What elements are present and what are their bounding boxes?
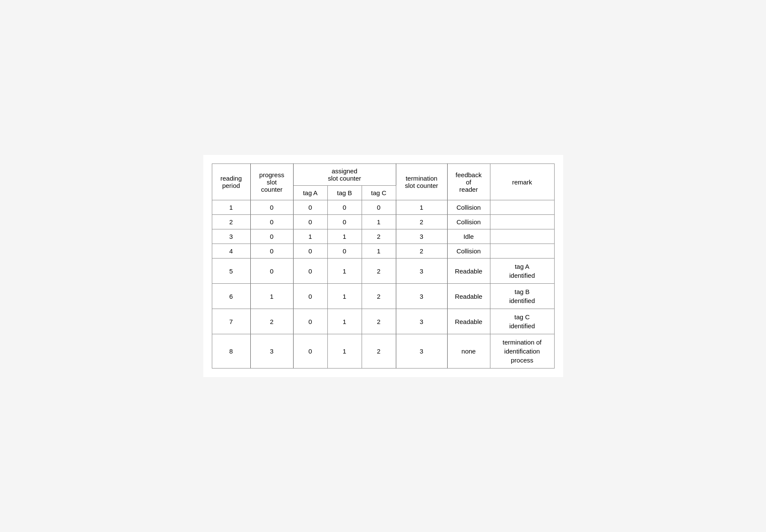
- remark-label: remark: [512, 178, 532, 186]
- cell-row4-col7: Collision: [447, 244, 490, 259]
- cell-row1-col6: 1: [396, 200, 447, 215]
- cell-row8-col8: termination of identification process: [490, 334, 554, 369]
- cell-row7-col2: 2: [250, 309, 293, 334]
- cell-row2-col3: 0: [293, 215, 327, 229]
- cell-row6-col7: Readable: [447, 284, 490, 309]
- cell-row4-col5: 1: [362, 244, 396, 259]
- col-header-tag-b: tag B: [327, 186, 362, 200]
- cell-row5-col6: 3: [396, 259, 447, 284]
- cell-row7-col6: 3: [396, 309, 447, 334]
- cell-row1-col5: 0: [362, 200, 396, 215]
- col-header-reading: reading period: [212, 164, 250, 200]
- tag-b-label: tag B: [337, 189, 352, 196]
- cell-row5-col3: 0: [293, 259, 327, 284]
- progress-label: progress slot counter: [259, 171, 284, 193]
- table-row: 200012Collision: [212, 215, 554, 229]
- tag-c-label: tag C: [371, 189, 386, 196]
- cell-row5-col8: tag A identified: [490, 259, 554, 284]
- cell-row5-col4: 1: [327, 259, 362, 284]
- col-header-tag-a: tag A: [293, 186, 327, 200]
- cell-row8-col6: 3: [396, 334, 447, 369]
- cell-row2-col5: 1: [362, 215, 396, 229]
- cell-row5-col7: Readable: [447, 259, 490, 284]
- table-row: 301123Idle: [212, 229, 554, 244]
- tag-a-label: tag A: [303, 189, 318, 196]
- table-wrapper: reading period progress slot counter ass…: [203, 155, 563, 377]
- cell-row7-col3: 0: [293, 309, 327, 334]
- table-row: 400012Collision: [212, 244, 554, 259]
- cell-row3-col8: [490, 229, 554, 244]
- cell-row3-col7: Idle: [447, 229, 490, 244]
- cell-row4-col6: 2: [396, 244, 447, 259]
- cell-row8-col5: 2: [362, 334, 396, 369]
- cell-row6-col5: 2: [362, 284, 396, 309]
- cell-row2-col6: 2: [396, 215, 447, 229]
- cell-row1-col4: 0: [327, 200, 362, 215]
- cell-row2-col7: Collision: [447, 215, 490, 229]
- cell-row6-col6: 3: [396, 284, 447, 309]
- cell-row4-col8: [490, 244, 554, 259]
- cell-row1-col3: 0: [293, 200, 327, 215]
- cell-row6-col4: 1: [327, 284, 362, 309]
- cell-row4-col3: 0: [293, 244, 327, 259]
- table-row: 830123nonetermination of identification …: [212, 334, 554, 369]
- cell-row3-col5: 2: [362, 229, 396, 244]
- cell-row4-col4: 0: [327, 244, 362, 259]
- cell-row3-col1: 3: [212, 229, 250, 244]
- col-header-termination: termination slot counter: [396, 164, 447, 200]
- cell-row8-col3: 0: [293, 334, 327, 369]
- reading-period-label: reading period: [220, 175, 242, 189]
- cell-row7-col5: 2: [362, 309, 396, 334]
- cell-row3-col2: 0: [250, 229, 293, 244]
- cell-row1-col8: [490, 200, 554, 215]
- table-body: 100001Collision200012Collision301123Idle…: [212, 200, 554, 369]
- cell-row7-col8: tag C identified: [490, 309, 554, 334]
- cell-row4-col2: 0: [250, 244, 293, 259]
- cell-row4-col1: 4: [212, 244, 250, 259]
- cell-row5-col1: 5: [212, 259, 250, 284]
- cell-row7-col1: 7: [212, 309, 250, 334]
- cell-row6-col1: 6: [212, 284, 250, 309]
- cell-row5-col2: 0: [250, 259, 293, 284]
- cell-row6-col3: 0: [293, 284, 327, 309]
- cell-row2-col2: 0: [250, 215, 293, 229]
- cell-row5-col5: 2: [362, 259, 396, 284]
- col-header-assigned: assigned slot counter: [293, 164, 396, 186]
- cell-row2-col8: [490, 215, 554, 229]
- col-header-feedback: feedback of reader: [447, 164, 490, 200]
- cell-row3-col6: 3: [396, 229, 447, 244]
- col-header-tag-c: tag C: [362, 186, 396, 200]
- cell-row3-col3: 1: [293, 229, 327, 244]
- feedback-label: feedback of reader: [456, 171, 482, 193]
- cell-row6-col8: tag B identified: [490, 284, 554, 309]
- cell-row7-col7: Readable: [447, 309, 490, 334]
- cell-row1-col2: 0: [250, 200, 293, 215]
- cell-row8-col4: 1: [327, 334, 362, 369]
- col-header-remark: remark: [490, 164, 554, 200]
- cell-row8-col1: 8: [212, 334, 250, 369]
- header-row-1: reading period progress slot counter ass…: [212, 164, 554, 186]
- cell-row8-col7: none: [447, 334, 490, 369]
- table-row: 500123Readabletag A identified: [212, 259, 554, 284]
- cell-row2-col4: 0: [327, 215, 362, 229]
- table-row: 610123Readabletag B identified: [212, 284, 554, 309]
- col-header-progress: progress slot counter: [250, 164, 293, 200]
- cell-row2-col1: 2: [212, 215, 250, 229]
- assigned-label: assigned slot counter: [328, 167, 361, 182]
- cell-row6-col2: 1: [250, 284, 293, 309]
- termination-label: termination slot counter: [405, 175, 438, 189]
- table-row: 720123Readabletag C identified: [212, 309, 554, 334]
- cell-row8-col2: 3: [250, 334, 293, 369]
- table-row: 100001Collision: [212, 200, 554, 215]
- main-table: reading period progress slot counter ass…: [212, 163, 555, 369]
- cell-row7-col4: 1: [327, 309, 362, 334]
- cell-row3-col4: 1: [327, 229, 362, 244]
- cell-row1-col1: 1: [212, 200, 250, 215]
- cell-row1-col7: Collision: [447, 200, 490, 215]
